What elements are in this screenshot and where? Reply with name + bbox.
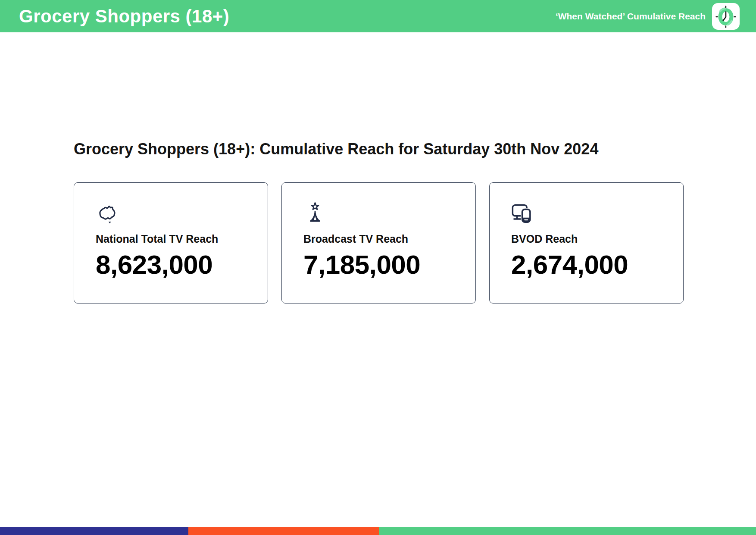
metric-card-broadcast-tv: Broadcast TV Reach 7,185,000 xyxy=(281,182,476,303)
metric-value: 8,623,000 xyxy=(96,249,259,280)
header-right-group: ‘When Watched’ Cumulative Reach xyxy=(556,3,740,30)
metric-value: 2,674,000 xyxy=(511,249,675,280)
metric-card-bvod: BVOD Reach 2,674,000 xyxy=(489,182,684,303)
metric-label: Broadcast TV Reach xyxy=(303,233,467,245)
metric-card-national-total-tv: National Total TV Reach 8,623,000 xyxy=(74,182,268,303)
broadcast-tower-icon xyxy=(303,202,467,227)
metric-value: 7,185,000 xyxy=(303,249,467,280)
page-title: Grocery Shoppers (18+) xyxy=(19,6,229,27)
metric-cards-row: National Total TV Reach 8,623,000 Broadc… xyxy=(74,182,756,303)
main-content: Grocery Shoppers (18+): Cumulative Reach… xyxy=(0,141,756,303)
footer-segment-orange xyxy=(188,527,379,535)
header-bar: Grocery Shoppers (18+) ‘When Watched’ Cu… xyxy=(0,0,756,32)
australia-map-icon xyxy=(96,202,259,227)
report-heading: Grocery Shoppers (18+): Cumulative Reach… xyxy=(74,141,756,158)
tv-devices-icon xyxy=(511,202,675,227)
footer-color-bar xyxy=(0,527,756,535)
metric-label: BVOD Reach xyxy=(511,233,675,245)
footer-segment-green xyxy=(379,527,756,535)
clock-logo-icon xyxy=(712,3,740,30)
footer-segment-blue xyxy=(0,527,188,535)
header-subtitle: ‘When Watched’ Cumulative Reach xyxy=(556,11,706,22)
metric-label: National Total TV Reach xyxy=(96,233,259,245)
